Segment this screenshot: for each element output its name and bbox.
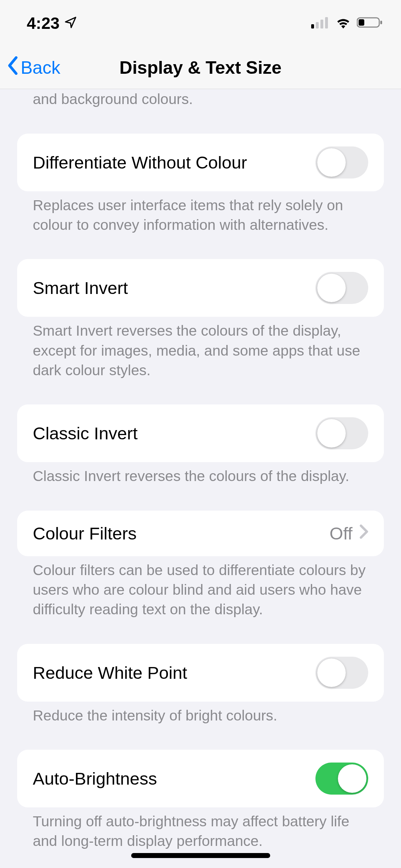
- svg-rect-5: [359, 19, 364, 26]
- svg-rect-1: [316, 22, 319, 29]
- svg-rect-6: [380, 21, 382, 24]
- toggle-knob: [317, 658, 346, 687]
- settings-scroll[interactable]: Increase colour contrast between app for…: [0, 89, 401, 868]
- toggle-differentiate-without-colour[interactable]: [315, 146, 368, 179]
- svg-rect-3: [325, 17, 328, 29]
- cell-title: Auto-Brightness: [33, 769, 157, 789]
- toggle-knob: [317, 419, 346, 448]
- toggle-knob: [317, 148, 346, 177]
- wifi-icon: [335, 16, 352, 30]
- nav-bar: Back Display & Text Size: [0, 46, 401, 89]
- cell-title: Differentiate Without Colour: [33, 153, 247, 172]
- toggle-classic-invert[interactable]: [315, 417, 368, 449]
- toggle-reduce-white-point[interactable]: [315, 657, 368, 689]
- cell-smart-invert[interactable]: Smart Invert: [17, 259, 384, 317]
- cell-reduce-white-point[interactable]: Reduce White Point: [17, 644, 384, 702]
- cellular-signal-icon: [311, 16, 330, 30]
- group-footer: Colour filters can be used to differenti…: [0, 556, 401, 626]
- toggle-smart-invert[interactable]: [315, 272, 368, 304]
- toggle-auto-brightness[interactable]: [315, 763, 368, 795]
- cell-title: Classic Invert: [33, 423, 138, 443]
- page-title: Display & Text Size: [119, 57, 282, 78]
- group-footer-prev: Increase colour contrast between app for…: [0, 89, 401, 116]
- cell-title: Smart Invert: [33, 278, 128, 298]
- status-right: [311, 16, 383, 30]
- svg-rect-2: [320, 20, 323, 29]
- cell-auto-brightness[interactable]: Auto-Brightness: [17, 750, 384, 807]
- battery-icon: [357, 16, 383, 30]
- toggle-knob: [338, 764, 366, 793]
- cell-classic-invert[interactable]: Classic Invert: [17, 404, 384, 462]
- cell-differentiate-without-colour[interactable]: Differentiate Without Colour: [17, 134, 384, 191]
- group-footer: Reduce the intensity of bright colours.: [0, 702, 401, 732]
- status-bar: 4:23: [0, 0, 401, 46]
- home-indicator[interactable]: [131, 853, 270, 858]
- group-footer: Classic Invert reverses the colours of t…: [0, 462, 401, 492]
- status-time: 4:23: [27, 14, 60, 33]
- svg-rect-0: [311, 24, 314, 29]
- toggle-knob: [317, 274, 346, 302]
- cell-colour-filters[interactable]: Colour Filters Off: [17, 511, 384, 556]
- back-button[interactable]: Back: [6, 56, 60, 79]
- group-footer: Smart Invert reverses the colours of the…: [0, 317, 401, 387]
- status-left: 4:23: [27, 14, 77, 33]
- cell-title: Colour Filters: [33, 523, 137, 543]
- chevron-right-icon: [360, 525, 368, 542]
- back-label: Back: [21, 57, 60, 78]
- group-footer: Turning off auto-brightness may affect b…: [0, 807, 401, 858]
- cell-value: Off: [330, 523, 353, 543]
- group-footer: Replaces user interface items that rely …: [0, 191, 401, 242]
- chevron-left-icon: [6, 56, 19, 79]
- cell-title: Reduce White Point: [33, 663, 187, 683]
- location-icon: [64, 16, 77, 31]
